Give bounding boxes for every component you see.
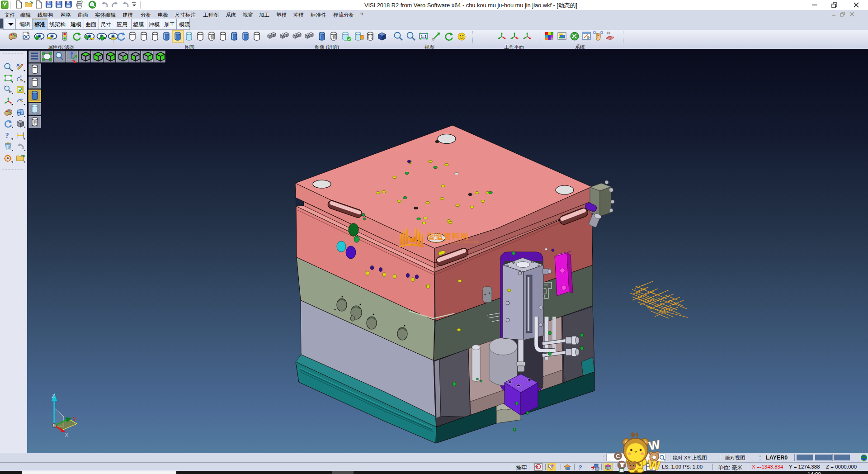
svg-text:W: W [648,437,661,453]
svg-text:INTELLIGENT MANUFACTURING DATA: INTELLIGENT MANUFACTURING DATA [428,241,478,244]
svg-text:Y: Y [73,416,77,422]
svg-text:智造资料网: 智造资料网 [426,232,469,241]
svg-text:W: W [647,458,661,473]
svg-text:Z: Z [52,393,55,399]
svg-text:X: X [65,431,69,438]
svg-text:C: C [616,453,620,460]
